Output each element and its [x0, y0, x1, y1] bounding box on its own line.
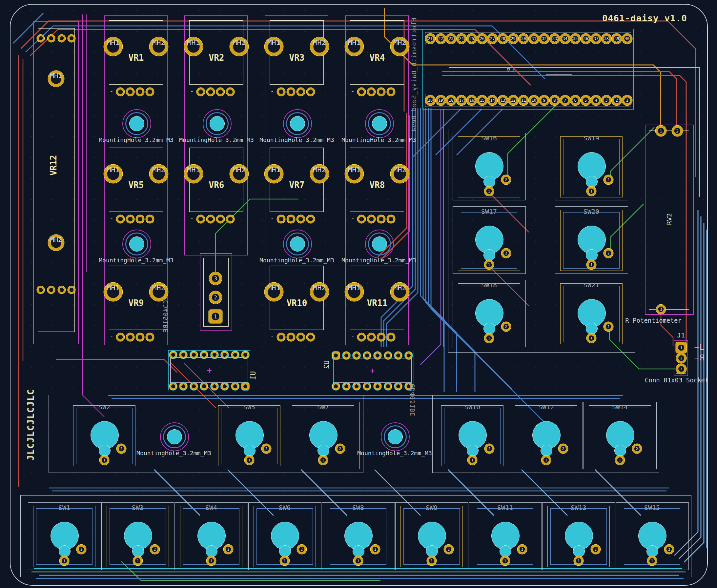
socket-pad[interactable]	[211, 352, 218, 358]
footprint-VR7[interactable]: MH1MH2VR7-	[270, 148, 324, 212]
vr-pin-pad[interactable]	[287, 88, 295, 96]
header-pad-24[interactable]: 24	[457, 34, 466, 44]
vr-pin-pad[interactable]	[117, 88, 124, 96]
header-pad-34[interactable]: 34	[560, 34, 570, 44]
sw-pad-2[interactable]: 2	[604, 322, 613, 331]
vr-pin-pad[interactable]	[146, 88, 154, 96]
footprint-SW9[interactable]: SW912	[395, 502, 468, 570]
vr-pin-pad[interactable]	[216, 88, 224, 96]
header-pad-31[interactable]: 31	[529, 34, 539, 44]
mounting-hole[interactable]	[122, 230, 151, 258]
sw-pad-1[interactable]: 1	[207, 556, 216, 565]
vr-pin-pad[interactable]	[226, 88, 234, 96]
socket-pad[interactable]	[191, 352, 197, 358]
j1-pad-1[interactable]: 1	[676, 342, 687, 353]
header-pad-38[interactable]: 38	[602, 34, 611, 44]
socket-pad[interactable]	[170, 352, 176, 358]
footprint-SW8[interactable]: SW812	[322, 502, 395, 570]
header-pad-12[interactable]: 12	[508, 96, 518, 105]
footprint-VR1[interactable]: MH1MH2VR1-	[109, 20, 163, 85]
header-pad-28[interactable]: 28	[498, 34, 508, 44]
socket-pad[interactable]	[333, 383, 339, 390]
vr-pin-pad[interactable]	[216, 215, 224, 223]
header-pad-1[interactable]: 1	[622, 96, 632, 105]
rv2-pad-1[interactable]: 1	[656, 126, 666, 136]
header-pad-6[interactable]: 6	[570, 96, 580, 105]
socket-pad[interactable]	[364, 352, 370, 359]
footprint-VR3[interactable]: MH1MH2VR3-	[270, 20, 324, 85]
footprint-SW15[interactable]: SW1512	[616, 502, 689, 570]
sw-pad-2[interactable]: 2	[336, 444, 345, 453]
vr-pin-pad[interactable]	[126, 215, 134, 223]
socket-pad[interactable]	[232, 383, 238, 390]
mounting-hole[interactable]	[203, 109, 232, 138]
sw-pad-2[interactable]: 2	[262, 444, 271, 453]
sw-pad-1[interactable]: 1	[427, 556, 436, 565]
socket-pad[interactable]	[405, 352, 412, 359]
vr-pin-pad[interactable]	[226, 215, 234, 223]
footprint-SW14[interactable]: SW1412	[584, 402, 657, 469]
mounting-hole[interactable]	[283, 230, 312, 258]
sw-pad-2[interactable]: 2	[665, 545, 674, 554]
vr-pin-pad[interactable]	[117, 333, 124, 341]
socket-pad[interactable]	[374, 383, 381, 390]
vr-pin-pad[interactable]	[287, 333, 295, 341]
header-pad-18[interactable]: 18	[446, 96, 456, 105]
mounting-hole[interactable]	[160, 422, 189, 451]
footprint-SW2[interactable]: SW212	[68, 402, 141, 469]
trim-pad-3[interactable]: 3	[209, 272, 222, 285]
vr-pin-pad[interactable]	[136, 333, 144, 341]
socket-pad[interactable]	[385, 352, 391, 359]
sw-pad-1[interactable]: 1	[484, 260, 493, 269]
vr-pin-pad[interactable]	[207, 215, 214, 223]
rv2-pad-2[interactable]: 2	[672, 126, 682, 136]
footprint-SW10[interactable]: SW1012	[436, 402, 509, 469]
mounting-hole[interactable]	[365, 109, 394, 138]
footprint-VR2[interactable]: MH1MH2VR2-	[189, 20, 244, 85]
vr-pin-pad[interactable]	[136, 88, 144, 96]
sw-pad-1[interactable]: 1	[100, 456, 109, 465]
socket-pad[interactable]	[222, 383, 228, 390]
footprint-SW1[interactable]: SW112	[28, 502, 101, 570]
vr12-pin-pad[interactable]	[68, 35, 75, 42]
sw-pad-2[interactable]: 2	[604, 175, 613, 184]
sw-pad-2[interactable]: 2	[224, 545, 233, 554]
footprint-VR11[interactable]: MH1MH2VR11-	[350, 266, 404, 330]
footprint-SW19[interactable]: SW1912	[555, 133, 628, 201]
header-pad-33[interactable]: 33	[550, 34, 560, 44]
footprint-SW6[interactable]: SW612	[248, 502, 321, 570]
vr-pin-pad[interactable]	[146, 215, 154, 223]
vr12-pin-pad[interactable]	[68, 286, 75, 294]
header-pad-8[interactable]: 8	[550, 96, 560, 105]
socket-pad[interactable]	[170, 383, 176, 390]
socket-pad[interactable]	[364, 383, 370, 390]
vr-pin-pad[interactable]	[387, 88, 395, 96]
vr-pin-pad[interactable]	[136, 215, 144, 223]
socket-pad[interactable]	[333, 352, 339, 359]
vr-pin-pad[interactable]	[197, 88, 205, 96]
trim-pad-1[interactable]: 1	[209, 310, 222, 323]
trim-pad-2[interactable]: 2	[209, 291, 222, 304]
sw-pad-1[interactable]: 1	[542, 456, 551, 465]
header-pad-29[interactable]: 29	[508, 34, 518, 44]
footprint-SW18[interactable]: SW1812	[452, 280, 526, 347]
vr-pin-pad[interactable]	[126, 333, 134, 341]
vr-pin-pad[interactable]	[117, 215, 124, 223]
vr12-pin-pad[interactable]	[47, 35, 55, 42]
sw-pad-1[interactable]: 1	[587, 260, 596, 269]
header-pad-3[interactable]: 3	[602, 96, 611, 105]
vr-pin-pad[interactable]	[297, 333, 305, 341]
sw-pad-1[interactable]: 1	[484, 334, 493, 343]
j1-pad-3[interactable]: 3	[676, 364, 686, 374]
vr-pin-pad[interactable]	[377, 333, 385, 341]
sw-pad-2[interactable]: 2	[297, 545, 307, 554]
vr-pin-pad[interactable]	[307, 333, 315, 341]
header-pad-13[interactable]: 13	[498, 96, 508, 105]
vr-pin-pad[interactable]	[358, 215, 365, 223]
socket-pad[interactable]	[232, 352, 238, 358]
socket-pad[interactable]	[211, 383, 218, 390]
sw-pad-2[interactable]: 2	[150, 545, 160, 554]
footprint-VR9[interactable]: MH1MH2VR9-	[109, 266, 163, 330]
vr-pin-pad[interactable]	[387, 333, 395, 341]
mounting-hole[interactable]	[381, 422, 410, 451]
